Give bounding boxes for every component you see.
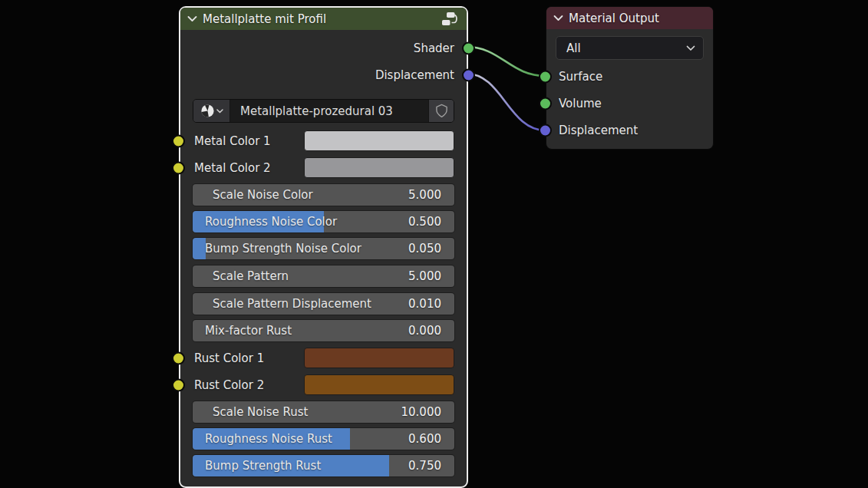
input-label: Roughness Noise Rust bbox=[193, 432, 332, 446]
output-socket-shader[interactable] bbox=[462, 42, 475, 55]
input-row-scale-noise-color[interactable]: Scale Noise Color5.000 bbox=[193, 184, 454, 206]
input-value: 0.750 bbox=[408, 459, 454, 473]
input-row-scale-pattern-displacement[interactable]: Scale Pattern Displacement0.010 bbox=[193, 293, 454, 315]
input-label: Surface bbox=[559, 70, 602, 84]
input-value: 5.000 bbox=[408, 269, 454, 283]
input-socket-metal-color-2[interactable] bbox=[172, 161, 185, 174]
input-row-metal-color-1: Metal Color 1 bbox=[193, 130, 454, 151]
collapse-chevron-icon[interactable] bbox=[187, 15, 197, 22]
input-label: Bump Strength Noise Color bbox=[193, 242, 361, 256]
input-row-surface: Surface bbox=[559, 66, 701, 87]
material-selector: Metallplatte-prozedural 03 bbox=[193, 99, 454, 123]
input-label: Roughness Noise Color bbox=[193, 215, 337, 229]
node-group-metallplatte-mit-profil[interactable]: Metallplatte mit Profil ShaderDisplaceme… bbox=[179, 6, 468, 488]
input-row-metal-color-2: Metal Color 2 bbox=[193, 157, 454, 178]
input-row-displacement: Displacement bbox=[559, 120, 701, 141]
input-label: Scale Pattern bbox=[193, 269, 289, 283]
input-value: 0.050 bbox=[408, 242, 454, 256]
input-label: Bump Strength Rust bbox=[193, 459, 321, 473]
input-value: 0.500 bbox=[408, 215, 454, 229]
input-label: Rust Color 2 bbox=[193, 378, 264, 392]
input-row-scale-pattern[interactable]: Scale Pattern5.000 bbox=[193, 265, 454, 287]
input-label: Scale Noise Color bbox=[193, 188, 313, 202]
input-row-roughness-noise-rust[interactable]: Roughness Noise Rust0.600 bbox=[193, 428, 454, 450]
input-label: Metal Color 2 bbox=[193, 161, 271, 175]
input-socket-surface[interactable] bbox=[539, 71, 552, 84]
chevron-down-icon bbox=[216, 109, 223, 114]
output-label: Shader bbox=[414, 41, 454, 55]
input-label: Scale Pattern Displacement bbox=[193, 297, 371, 311]
input-row-roughness-noise-color[interactable]: Roughness Noise Color0.500 bbox=[193, 211, 454, 232]
input-row-volume: Volume bbox=[559, 93, 701, 114]
input-label: Scale Noise Rust bbox=[193, 405, 308, 419]
output-node-header[interactable]: Material Output bbox=[546, 7, 713, 29]
fake-user-button[interactable] bbox=[428, 100, 454, 122]
group-node-title: Metallplatte mit Profil bbox=[203, 12, 436, 26]
input-row-bump-strength-rust[interactable]: Bump Strength Rust0.750 bbox=[193, 455, 454, 476]
input-label: Rust Color 1 bbox=[193, 351, 264, 365]
input-value: 0.600 bbox=[408, 432, 454, 446]
input-row-bump-strength-noise-color[interactable]: Bump Strength Noise Color0.050 bbox=[193, 238, 454, 259]
shield-icon bbox=[435, 104, 448, 118]
material-browse-button[interactable] bbox=[193, 100, 230, 122]
input-row-scale-noise-rust[interactable]: Scale Noise Rust10.000 bbox=[193, 401, 454, 423]
output-target-dropdown[interactable]: All bbox=[556, 36, 704, 60]
node-editor-canvas[interactable]: Metallplatte mit Profil ShaderDisplaceme… bbox=[0, 0, 868, 488]
input-row-mix-factor-rust[interactable]: Mix-factor Rust0.000 bbox=[193, 320, 454, 341]
input-row-rust-color-1: Rust Color 1 bbox=[193, 348, 454, 368]
input-label: Mix-factor Rust bbox=[193, 324, 292, 338]
output-row-shader: Shader bbox=[193, 38, 454, 59]
output-row-displacement: Displacement bbox=[193, 64, 454, 86]
group-node-header[interactable]: Metallplatte mit Profil bbox=[180, 8, 467, 30]
color-swatch-rust-color-2[interactable] bbox=[304, 374, 454, 395]
link-displacement-to-displacement[interactable] bbox=[467, 74, 546, 130]
chevron-down-icon bbox=[686, 45, 695, 51]
collapse-chevron-icon[interactable] bbox=[553, 15, 563, 21]
color-swatch-rust-color-1[interactable] bbox=[304, 348, 454, 368]
input-value: 10.000 bbox=[401, 405, 455, 419]
input-socket-metal-color-1[interactable] bbox=[172, 134, 185, 147]
input-label: Metal Color 1 bbox=[193, 134, 271, 148]
node-group-icon bbox=[441, 12, 459, 26]
output-label: Displacement bbox=[375, 68, 454, 82]
output-socket-displacement[interactable] bbox=[462, 69, 475, 82]
color-swatch-metal-color-1[interactable] bbox=[304, 130, 454, 151]
input-value: 0.010 bbox=[408, 297, 454, 311]
input-socket-volume[interactable] bbox=[539, 97, 552, 110]
input-label: Volume bbox=[559, 97, 602, 110]
link-shader-to-surface[interactable] bbox=[467, 47, 546, 76]
color-swatch-metal-color-2[interactable] bbox=[304, 157, 454, 178]
material-name-field[interactable]: Metallplatte-prozedural 03 bbox=[230, 100, 428, 122]
input-socket-rust-color-2[interactable] bbox=[172, 378, 185, 391]
node-material-output[interactable]: Material Output All SurfaceVolumeDisplac… bbox=[546, 6, 714, 150]
input-value: 0.000 bbox=[408, 324, 454, 338]
dropdown-selected-value: All bbox=[566, 41, 686, 55]
material-sphere-icon bbox=[200, 104, 215, 118]
input-row-rust-color-2: Rust Color 2 bbox=[193, 374, 454, 395]
input-label: Displacement bbox=[559, 124, 638, 137]
input-value: 5.000 bbox=[408, 188, 454, 202]
output-node-title: Material Output bbox=[569, 12, 705, 25]
input-socket-displacement[interactable] bbox=[539, 124, 552, 137]
input-socket-rust-color-1[interactable] bbox=[172, 351, 185, 364]
